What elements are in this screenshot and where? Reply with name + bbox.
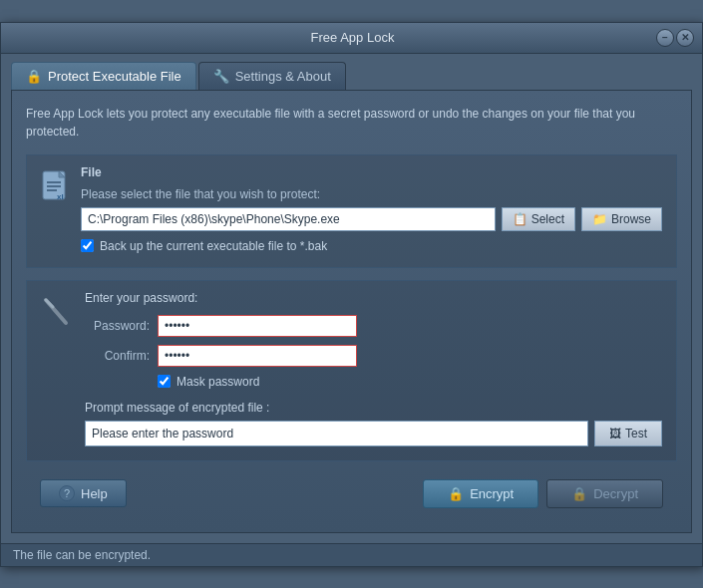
tab-settings[interactable]: 🔧 Settings & About xyxy=(198,62,346,90)
tab-protect-label: Protect Executable File xyxy=(48,69,181,84)
password-input[interactable] xyxy=(158,315,357,337)
backup-label: Back up the current executable file to *… xyxy=(100,239,327,253)
description-text: Free App Lock lets you protect any execu… xyxy=(26,105,677,141)
main-window: Free App Lock − ✕ 🔒 Protect Executable F… xyxy=(0,22,703,567)
backup-checkbox[interactable] xyxy=(81,239,94,252)
mask-checkbox[interactable] xyxy=(158,375,171,388)
file-section-title: File xyxy=(81,165,662,179)
tabs-row: 🔒 Protect Executable File 🔧 Settings & A… xyxy=(1,54,702,90)
file-section-content: File Please select the file that you wis… xyxy=(81,165,662,253)
confirm-input[interactable] xyxy=(158,345,357,367)
file-icon: xl xyxy=(41,167,71,210)
password-field-row: Password: xyxy=(85,315,662,337)
decrypt-button[interactable]: 🔒 Decrypt xyxy=(546,479,663,508)
svg-rect-3 xyxy=(47,185,61,187)
file-path-input[interactable] xyxy=(81,207,496,231)
prompt-label: Prompt message of encrypted file : xyxy=(85,401,662,415)
minimize-button[interactable]: − xyxy=(656,29,674,47)
test-button[interactable]: 🖼 Test xyxy=(594,421,662,446)
mask-checkbox-row: Mask password xyxy=(158,375,662,389)
decrypt-lock-icon: 🔒 xyxy=(571,486,587,501)
svg-text:xl: xl xyxy=(57,192,64,201)
file-row: 📋 Select 📁 Browse xyxy=(81,207,662,231)
browse-icon: 📁 xyxy=(592,212,607,226)
password-section-title: Enter your password: xyxy=(85,291,662,305)
title-buttons: − ✕ xyxy=(656,29,694,47)
close-button[interactable]: ✕ xyxy=(676,29,694,47)
select-button[interactable]: 📋 Select xyxy=(502,207,575,231)
password-label: Password: xyxy=(85,319,150,333)
prompt-row: Prompt message of encrypted file : 🖼 Tes… xyxy=(85,401,662,446)
encrypt-button[interactable]: 🔒 Encrypt xyxy=(423,479,538,508)
wrench-tab-icon: 🔧 xyxy=(213,69,229,84)
confirm-field-row: Confirm: xyxy=(85,345,662,367)
tab-settings-label: Settings & About xyxy=(235,69,331,84)
mask-label: Mask password xyxy=(176,375,259,389)
prompt-input-row: 🖼 Test xyxy=(85,421,662,446)
decrypt-label: Decrypt xyxy=(593,486,638,501)
main-actions: 🔒 Encrypt 🔒 Decrypt xyxy=(423,479,663,508)
encrypt-lock-icon: 🔒 xyxy=(448,486,464,501)
status-message: The file can be encrypted. xyxy=(13,548,151,562)
window-title: Free App Lock xyxy=(49,30,656,45)
svg-rect-2 xyxy=(47,181,61,183)
lock-tab-icon: 🔒 xyxy=(26,69,42,84)
status-bar: The file can be encrypted. xyxy=(1,543,702,566)
password-content: Enter your password: Password: Confirm: … xyxy=(85,291,662,446)
browse-button[interactable]: 📁 Browse xyxy=(581,207,662,231)
title-bar: Free App Lock − ✕ xyxy=(1,23,702,54)
tab-protect[interactable]: 🔒 Protect Executable File xyxy=(11,62,196,90)
encrypt-label: Encrypt xyxy=(470,486,514,501)
test-icon: 🖼 xyxy=(609,427,621,441)
content-area: Free App Lock lets you protect any execu… xyxy=(11,90,692,533)
help-label: Help xyxy=(81,486,108,501)
file-section: xl File Please select the file that you … xyxy=(26,154,677,268)
prompt-input[interactable] xyxy=(85,421,588,446)
password-section: Enter your password: Password: Confirm: … xyxy=(26,280,677,461)
svg-rect-4 xyxy=(47,189,57,191)
select-icon: 📋 xyxy=(513,212,527,226)
file-select-label: Please select the file that you wish to … xyxy=(81,187,662,201)
bottom-bar: ? Help 🔒 Encrypt 🔒 Decrypt xyxy=(26,473,677,518)
confirm-label: Confirm: xyxy=(85,349,150,363)
backup-checkbox-row: Back up the current executable file to *… xyxy=(81,239,662,253)
key-icon-container xyxy=(41,295,71,334)
question-icon: ? xyxy=(59,485,75,501)
file-section-header: xl File Please select the file that you … xyxy=(41,165,662,253)
help-button[interactable]: ? Help xyxy=(40,479,127,507)
